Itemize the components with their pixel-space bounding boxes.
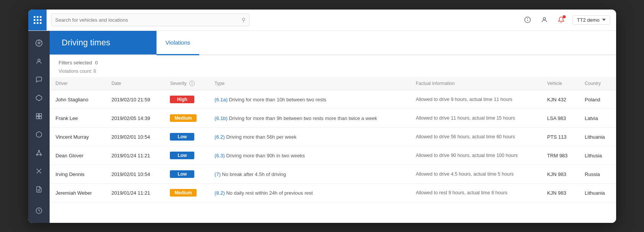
cell-severity: Medium bbox=[164, 184, 208, 202]
table-area: Filters selected 0 Violations count: 8 D… bbox=[50, 55, 616, 223]
cell-vehicle: TRM 983 bbox=[541, 146, 578, 165]
col-driver: Driver bbox=[50, 77, 105, 90]
cell-type: (7) No break after 4.5h of driving bbox=[208, 165, 410, 184]
sidebar-item-routes[interactable] bbox=[31, 90, 47, 106]
violation-code: (6.3) bbox=[215, 153, 225, 158]
sidebar-item-cube[interactable] bbox=[31, 127, 47, 142]
sidebar-item-network[interactable] bbox=[31, 145, 47, 160]
info-icon[interactable] bbox=[522, 14, 533, 25]
sidebar-item-boxes[interactable] bbox=[31, 109, 47, 124]
table-row[interactable]: Irving Dennis 2019/02/01 10:54 Low (7) N… bbox=[50, 165, 616, 184]
svg-line-17 bbox=[37, 151, 39, 154]
violation-code: (6.1a) bbox=[215, 97, 228, 102]
svg-point-14 bbox=[38, 150, 39, 151]
col-vehicle: Vehicle bbox=[541, 77, 578, 90]
violation-description: No daily rest within 24h of previous res… bbox=[226, 190, 313, 196]
cell-country: Lithusia bbox=[579, 146, 616, 165]
cell-severity: Medium bbox=[164, 109, 208, 128]
cell-factual: Allowed to drive 9 hours, actual time 11… bbox=[410, 90, 541, 109]
col-date: Date bbox=[105, 77, 164, 90]
col-severity: Severity i bbox=[164, 77, 208, 90]
logo bbox=[28, 10, 47, 31]
violation-description: No break after 4.5h of driving bbox=[222, 171, 286, 177]
notification-badge bbox=[563, 15, 566, 18]
svg-point-3 bbox=[543, 18, 546, 20]
filters-count: 0 bbox=[95, 60, 98, 66]
cell-type: (6.2) Driving more than 56h per week bbox=[208, 128, 410, 146]
logo-dots bbox=[34, 16, 41, 24]
col-type: Type bbox=[208, 77, 410, 90]
top-right-actions: TT2 demo bbox=[522, 14, 610, 25]
page-header: Driving times Violations bbox=[50, 31, 616, 55]
notification-icon[interactable] bbox=[556, 14, 567, 25]
severity-badge: High bbox=[170, 96, 194, 103]
cell-driver: John Stagliano bbox=[50, 90, 105, 109]
cell-date: 2019/01/24 11:21 bbox=[105, 184, 164, 202]
cell-country: Lithuania bbox=[579, 128, 616, 146]
cell-vehicle: KJN 983 bbox=[541, 184, 578, 202]
cell-type: (6.1b) Driving for more than 9h between … bbox=[208, 109, 410, 128]
search-icon: ⚲ bbox=[242, 17, 245, 23]
cell-date: 2019/01/24 11:21 bbox=[105, 146, 164, 165]
svg-rect-13 bbox=[39, 116, 41, 118]
cell-driver: Vincent Murray bbox=[50, 128, 105, 146]
sidebar-item-driver[interactable] bbox=[31, 54, 47, 69]
cell-severity: Low bbox=[164, 146, 208, 165]
cell-vehicle: PTS 113 bbox=[541, 128, 578, 146]
cell-type: (6.1a) Driving for more than 10h between… bbox=[208, 90, 410, 109]
cell-severity: High bbox=[164, 90, 208, 109]
violation-code: (7) bbox=[215, 171, 221, 177]
table-row[interactable]: John Stagliano 2019/02/10 21:59 High (6.… bbox=[50, 90, 616, 109]
severity-badge: Low bbox=[170, 133, 194, 141]
table-row[interactable]: Jeremiah Weber 2019/01/24 11:21 Medium (… bbox=[50, 184, 616, 202]
svg-rect-10 bbox=[36, 114, 39, 116]
severity-info-icon[interactable]: i bbox=[189, 81, 195, 86]
sidebar-item-reports[interactable] bbox=[31, 182, 47, 197]
tab-violations[interactable]: Violations bbox=[157, 31, 200, 55]
cell-date: 2019/02/05 14:39 bbox=[105, 109, 164, 128]
cell-driver: Dean Glover bbox=[50, 146, 105, 165]
sidebar-item-dashboard[interactable] bbox=[31, 35, 47, 51]
svg-line-7 bbox=[40, 41, 42, 42]
violation-code: (8.2) bbox=[215, 190, 225, 196]
table-row[interactable]: Frank Lee 2019/02/05 14:39 Medium (6.1b)… bbox=[50, 109, 616, 128]
cell-vehicle: LSA 983 bbox=[541, 109, 578, 128]
svg-line-18 bbox=[39, 151, 41, 154]
violation-code: (6.1b) bbox=[215, 115, 228, 121]
severity-badge: Medium bbox=[170, 189, 196, 197]
svg-rect-12 bbox=[36, 116, 39, 118]
cell-country: Poland bbox=[579, 90, 616, 109]
violation-description: Driving for more than 9h between two res… bbox=[229, 115, 377, 121]
svg-marker-9 bbox=[36, 95, 42, 101]
svg-point-5 bbox=[38, 42, 40, 44]
user-dropdown[interactable]: TT2 demo bbox=[573, 15, 610, 25]
cell-driver: Irving Dennis bbox=[50, 165, 105, 184]
sidebar bbox=[28, 31, 50, 223]
violations-count: Violations count: 8 bbox=[50, 67, 616, 77]
cell-factual: Allowed to drive 4.5 hours, actual time … bbox=[410, 165, 541, 184]
cell-type: (8.2) No daily rest within 24h of previo… bbox=[208, 184, 410, 202]
cell-driver: Jeremiah Weber bbox=[50, 184, 105, 202]
user-icon[interactable] bbox=[539, 14, 550, 25]
cell-severity: Low bbox=[164, 128, 208, 146]
severity-badge: Medium bbox=[170, 114, 196, 122]
page-title: Driving times bbox=[50, 31, 157, 54]
table-row[interactable]: Dean Glover 2019/01/24 11:21 Low (6.3) D… bbox=[50, 146, 616, 165]
table-row[interactable]: Vincent Murray 2019/02/01 10:54 Low (6.2… bbox=[50, 128, 616, 146]
table-header-row: Driver Date Severity i Type Factual info… bbox=[50, 77, 616, 90]
search-input[interactable] bbox=[55, 17, 239, 23]
svg-rect-11 bbox=[39, 114, 41, 116]
cell-driver: Frank Lee bbox=[50, 109, 105, 128]
sidebar-item-messages[interactable] bbox=[31, 72, 47, 87]
severity-badge: Low bbox=[170, 152, 194, 159]
cell-factual: Allowed to drive 90 hours, actual time 1… bbox=[410, 146, 541, 165]
search-box[interactable]: ⚲ bbox=[51, 13, 250, 26]
sidebar-item-clock[interactable] bbox=[31, 203, 47, 218]
cell-country: Russia bbox=[579, 165, 616, 184]
cell-date: 2019/02/01 10:54 bbox=[105, 165, 164, 184]
filters-label: Filters selected bbox=[59, 60, 92, 66]
cell-factual: Allowed to rest 9 hours, actual time 8 h… bbox=[410, 184, 541, 202]
violations-table: Driver Date Severity i Type Factual info… bbox=[50, 77, 616, 203]
col-factual: Factual information bbox=[410, 77, 541, 90]
sidebar-item-tools[interactable] bbox=[31, 163, 47, 179]
